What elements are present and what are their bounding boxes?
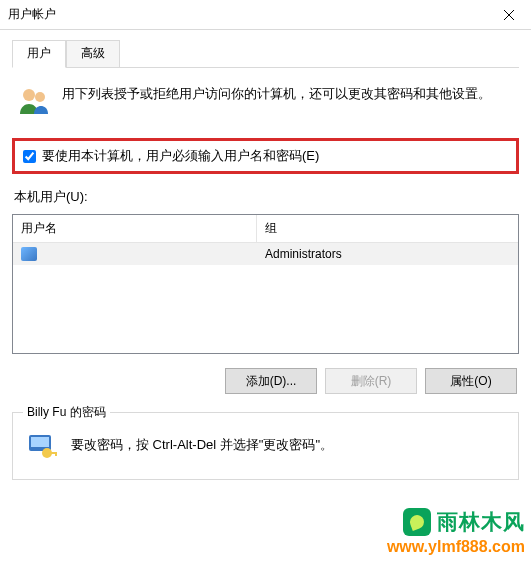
cell-username [13, 245, 257, 263]
userlist-caption: 本机用户(U): [12, 182, 519, 206]
cell-group: Administrators [257, 245, 518, 263]
intro-section: 用下列表授予或拒绝用户访问你的计算机，还可以更改其密码和其他设置。 [12, 78, 519, 130]
watermark-logo-icon [403, 508, 431, 536]
col-username[interactable]: 用户名 [13, 215, 257, 242]
tabstrip: 用户 高级 [12, 40, 519, 68]
user-buttons: 添加(D)... 删除(R) 属性(O) [12, 362, 519, 396]
tab-user[interactable]: 用户 [12, 40, 66, 68]
svg-rect-8 [55, 452, 57, 456]
require-login-checkbox[interactable] [23, 150, 36, 163]
users-icon [16, 84, 52, 120]
password-group-title: Billy Fu 的密码 [23, 404, 110, 421]
password-icon [23, 427, 59, 463]
require-login-row: 要使用本计算机，用户必须输入用户名和密码(E) [12, 138, 519, 174]
svg-point-3 [35, 92, 45, 102]
require-login-label: 要使用本计算机，用户必须输入用户名和密码(E) [42, 147, 319, 165]
window-title: 用户帐户 [8, 6, 56, 23]
password-instruction: 要改密码，按 Ctrl-Alt-Del 并选择"更改密码"。 [71, 436, 333, 454]
remove-button: 删除(R) [325, 368, 417, 394]
user-listview[interactable]: 用户名 组 Administrators [12, 214, 519, 354]
password-groupbox: Billy Fu 的密码 要改密码，按 Ctrl-Alt-Del 并选择"更改密… [12, 412, 519, 480]
watermark-url: www.ylmf888.com [387, 538, 525, 556]
tab-advanced[interactable]: 高级 [66, 40, 120, 67]
col-group[interactable]: 组 [257, 215, 518, 242]
svg-point-2 [23, 89, 35, 101]
svg-rect-5 [31, 437, 49, 447]
table-row[interactable]: Administrators [13, 243, 518, 265]
close-icon [504, 10, 514, 20]
close-button[interactable] [486, 0, 531, 29]
watermark-brand: 雨林木风 [437, 508, 525, 536]
user-icon [21, 247, 37, 261]
intro-text: 用下列表授予或拒绝用户访问你的计算机，还可以更改其密码和其他设置。 [62, 84, 491, 104]
add-button[interactable]: 添加(D)... [225, 368, 317, 394]
properties-button[interactable]: 属性(O) [425, 368, 517, 394]
watermark: 雨林木风 www.ylmf888.com [387, 508, 525, 556]
listview-header: 用户名 组 [13, 215, 518, 243]
